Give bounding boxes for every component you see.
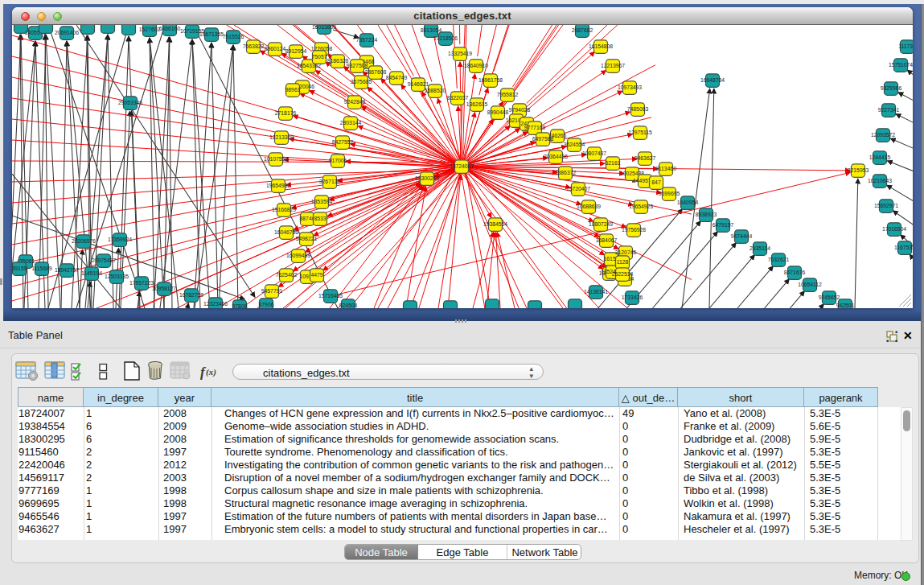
svg-text:2718176: 2718176 bbox=[275, 110, 297, 116]
svg-text:16033809: 16033809 bbox=[312, 25, 336, 30]
svg-text:8813054: 8813054 bbox=[421, 27, 442, 33]
svg-text:7625402: 7625402 bbox=[276, 272, 298, 278]
svg-text:9327508: 9327508 bbox=[347, 63, 368, 68]
svg-text:12323466: 12323466 bbox=[203, 301, 228, 307]
svg-text:1640954: 1640954 bbox=[677, 200, 699, 205]
svg-text:12093572: 12093572 bbox=[871, 132, 895, 138]
svg-text:942501: 942501 bbox=[836, 303, 855, 308]
svg-text:1588520: 1588520 bbox=[425, 88, 446, 93]
svg-text:19654982: 19654982 bbox=[266, 183, 290, 188]
svg-text:(x): (x) bbox=[206, 367, 216, 377]
svg-text:5498221: 5498221 bbox=[296, 236, 318, 241]
svg-text:2935114: 2935114 bbox=[749, 245, 770, 251]
svg-text:10107553: 10107553 bbox=[264, 156, 288, 162]
svg-text:19218506: 19218506 bbox=[433, 35, 458, 41]
svg-text:2687682: 2687682 bbox=[572, 27, 593, 33]
svg-text:18807249: 18807249 bbox=[589, 221, 613, 227]
svg-text:18300295: 18300295 bbox=[415, 175, 439, 181]
svg-text:1145194: 1145194 bbox=[81, 270, 102, 276]
svg-text:15720407: 15720407 bbox=[566, 186, 590, 192]
svg-text:12213967: 12213967 bbox=[601, 63, 625, 68]
svg-text:10973493: 10973493 bbox=[618, 84, 642, 90]
svg-text:7485063: 7485063 bbox=[627, 106, 649, 112]
svg-text:10688639: 10688639 bbox=[577, 204, 601, 209]
svg-text:1733426: 1733426 bbox=[622, 295, 643, 300]
svg-text:20975487: 20975487 bbox=[92, 257, 116, 263]
svg-text:9245652: 9245652 bbox=[819, 295, 840, 300]
svg-text:16210643: 16210643 bbox=[868, 178, 892, 183]
svg-text:87906: 87906 bbox=[259, 302, 274, 307]
svg-text:1527602: 1527602 bbox=[139, 27, 161, 32]
svg-text:10958127: 10958127 bbox=[152, 286, 176, 291]
svg-text:6466160: 6466160 bbox=[159, 26, 181, 31]
svg-text:17016504: 17016504 bbox=[882, 226, 906, 232]
svg-text:29053346: 29053346 bbox=[118, 100, 142, 105]
svg-text:9777169: 9777169 bbox=[524, 125, 546, 130]
svg-text:1167539: 1167539 bbox=[894, 245, 913, 250]
svg-text:9794028: 9794028 bbox=[509, 107, 531, 113]
svg-text:3675685: 3675685 bbox=[351, 79, 372, 84]
svg-text:16046786: 16046786 bbox=[274, 229, 298, 235]
svg-text:3120746: 3120746 bbox=[615, 249, 637, 255]
svg-text:39159: 39159 bbox=[12, 266, 27, 271]
svg-text:15716485: 15716485 bbox=[318, 293, 343, 299]
svg-text:97806: 97806 bbox=[232, 303, 248, 308]
svg-text:7357224: 7357224 bbox=[356, 37, 378, 43]
svg-text:111731: 111731 bbox=[898, 43, 913, 49]
svg-text:7515526: 7515526 bbox=[223, 34, 244, 39]
svg-text:1128: 1128 bbox=[617, 259, 629, 265]
svg-text:8186328: 8186328 bbox=[327, 58, 349, 64]
svg-text:3624554: 3624554 bbox=[564, 142, 585, 147]
svg-text:9457791: 9457791 bbox=[261, 288, 283, 294]
svg-text:8427552: 8427552 bbox=[332, 139, 354, 145]
svg-text:15751074: 15751074 bbox=[889, 62, 913, 68]
svg-text:847: 847 bbox=[651, 179, 661, 185]
svg-text:9227341: 9227341 bbox=[878, 107, 900, 113]
svg-text:17359924: 17359924 bbox=[108, 237, 132, 242]
svg-text:9699695: 9699695 bbox=[659, 191, 680, 196]
svg-text:6497568: 6497568 bbox=[532, 136, 554, 142]
svg-text:9242848: 9242848 bbox=[344, 99, 366, 105]
svg-text:8912954: 8912954 bbox=[285, 48, 307, 54]
svg-text:7955812: 7955812 bbox=[497, 92, 519, 97]
svg-text:19654923: 19654923 bbox=[629, 204, 653, 209]
svg-text:12942757: 12942757 bbox=[55, 267, 79, 273]
svg-text:4479: 4479 bbox=[310, 272, 322, 278]
svg-text:8938923: 8938923 bbox=[696, 212, 717, 217]
svg-text:98961: 98961 bbox=[285, 87, 301, 93]
svg-text:16961758: 16961758 bbox=[478, 77, 503, 83]
svg-text:75057: 75057 bbox=[312, 54, 327, 60]
svg-text:12213369: 12213369 bbox=[269, 134, 294, 140]
svg-text:2803144: 2803144 bbox=[340, 120, 362, 126]
svg-text:10807487: 10807487 bbox=[582, 150, 606, 156]
svg-text:16671355: 16671355 bbox=[199, 31, 224, 37]
svg-text:15692971: 15692971 bbox=[874, 203, 898, 208]
svg-text:17957223: 17957223 bbox=[129, 280, 154, 286]
svg-text:9463627: 9463627 bbox=[634, 155, 656, 161]
svg-text:16099489: 16099489 bbox=[286, 253, 310, 258]
svg-text:16648784: 16648784 bbox=[700, 77, 725, 83]
svg-text:9113460: 9113460 bbox=[655, 166, 676, 171]
svg-text:18724007: 18724007 bbox=[450, 163, 474, 169]
svg-text:2867608: 2867608 bbox=[365, 69, 387, 75]
svg-text:12975115: 12975115 bbox=[628, 130, 652, 135]
svg-text:1353594: 1353594 bbox=[311, 199, 333, 204]
svg-text:14136141: 14136141 bbox=[584, 289, 608, 295]
svg-text:8533: 8533 bbox=[314, 216, 326, 221]
svg-text:3215953: 3215953 bbox=[848, 167, 869, 173]
svg-text:10654112: 10654112 bbox=[798, 282, 822, 287]
svg-text:1115689: 1115689 bbox=[31, 266, 52, 271]
svg-text:6479197: 6479197 bbox=[713, 222, 734, 228]
svg-text:20691406: 20691406 bbox=[55, 30, 79, 35]
svg-text:7632621: 7632621 bbox=[768, 257, 790, 262]
svg-text:7386372: 7386372 bbox=[555, 170, 577, 175]
svg-text:1244415: 1244415 bbox=[869, 154, 891, 160]
svg-text:19756928: 19756928 bbox=[622, 227, 646, 233]
svg-text:8990448: 8990448 bbox=[487, 109, 509, 115]
svg-text:2522514: 2522514 bbox=[612, 271, 634, 277]
svg-text:9146821: 9146821 bbox=[408, 81, 429, 87]
svg-text:13325419: 13325419 bbox=[448, 51, 472, 56]
svg-text:924504: 924504 bbox=[339, 303, 358, 308]
svg-text:62161: 62161 bbox=[606, 160, 621, 166]
svg-text:1362615: 1362615 bbox=[466, 101, 488, 107]
